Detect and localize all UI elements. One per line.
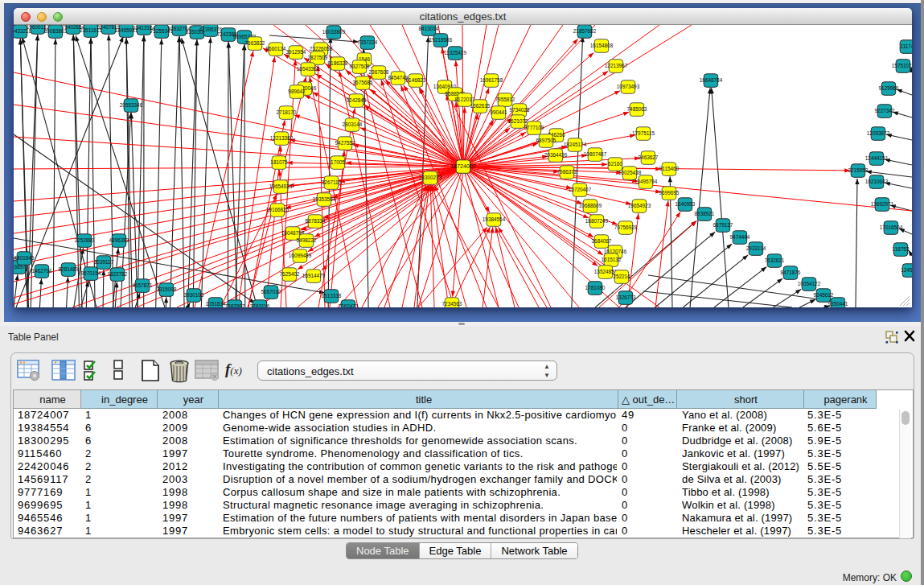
svg-text:16648784: 16648784	[700, 77, 723, 83]
svg-text:12444151: 12444151	[865, 155, 889, 161]
svg-text:6513338: 6513338	[322, 293, 342, 299]
svg-text:2718170: 2718170	[277, 109, 297, 115]
svg-text:9242845: 9242845	[347, 97, 367, 103]
svg-text:8122017: 8122017	[455, 97, 475, 102]
svg-text:16154808: 16154808	[590, 43, 614, 48]
svg-text:3315098: 3315098	[157, 286, 177, 292]
svg-text:19654923: 19654923	[628, 203, 651, 208]
svg-text:13495794: 13495794	[634, 179, 658, 184]
svg-text:989642: 989642	[288, 89, 306, 94]
svg-text:3039117: 3039117	[94, 259, 114, 265]
svg-text:9350441: 9350441	[828, 301, 848, 307]
svg-text:19166825: 19166825	[266, 207, 290, 212]
svg-text:7955812: 7955812	[495, 97, 515, 102]
svg-text:5667010: 5667010	[261, 289, 281, 295]
svg-text:9146821: 9146821	[406, 77, 426, 83]
svg-text:7632621: 7632621	[765, 257, 785, 263]
svg-text:10807487: 10807487	[584, 151, 607, 157]
svg-text:1462704: 1462704	[32, 268, 52, 274]
svg-text:17005: 17005	[331, 159, 345, 165]
svg-text:15720407: 15720407	[569, 187, 592, 192]
svg-text:16210643: 16210643	[865, 179, 889, 184]
svg-text:16961758: 16961758	[480, 77, 503, 83]
svg-text:12093872: 12093872	[867, 130, 890, 136]
svg-text:18245174: 18245174	[564, 142, 587, 147]
svg-text:16914479: 16914479	[302, 273, 326, 278]
svg-text:23226058: 23226058	[310, 46, 333, 51]
svg-text:3675685: 3675685	[353, 80, 373, 85]
svg-text:21857682: 21857682	[573, 28, 597, 34]
svg-text:116753: 116753	[893, 246, 910, 252]
svg-text:7663822: 7663822	[245, 40, 265, 46]
svg-text:18724007: 18724007	[450, 163, 476, 170]
svg-text:18807249: 18807249	[585, 218, 609, 224]
svg-text:9570154: 9570154	[81, 270, 101, 276]
svg-text:7262473: 7262473	[339, 303, 359, 307]
svg-text:16099489: 16099489	[289, 253, 312, 258]
svg-text:17016504: 17016504	[880, 225, 903, 230]
svg-text:7382997: 7382997	[225, 303, 245, 307]
svg-text:1640953: 1640953	[676, 201, 696, 207]
svg-text:9463627: 9463627	[639, 154, 659, 160]
svg-text:7625402: 7625402	[280, 271, 300, 277]
svg-text:11174: 11174	[901, 43, 912, 49]
svg-text:19353594: 19353594	[313, 196, 336, 202]
svg-text:4657871: 4657871	[133, 282, 153, 288]
svg-text:1781080: 1781080	[585, 285, 606, 290]
svg-text:7357224: 7357224	[358, 39, 378, 45]
svg-text:70756928: 70756928	[614, 225, 638, 230]
svg-text:23300273: 23300273	[419, 175, 442, 180]
svg-text:181075: 181075	[270, 159, 288, 165]
svg-text:3912954: 3912954	[286, 49, 306, 55]
svg-text:10025438: 10025438	[618, 170, 642, 175]
svg-text:62160: 62160	[608, 161, 622, 167]
svg-text:13692971: 13692971	[871, 201, 894, 207]
svg-text:124509: 124509	[901, 267, 912, 273]
svg-text:17975115: 17975115	[632, 130, 655, 136]
svg-text:8878334: 8878334	[306, 218, 326, 224]
svg-text:7485063: 7485063	[627, 106, 647, 112]
svg-text:8660124: 8660124	[266, 46, 286, 51]
svg-text:20553346: 20553346	[120, 102, 143, 108]
svg-text:2803144: 2803144	[343, 122, 363, 127]
svg-text:11325419: 11325419	[444, 50, 466, 56]
svg-text:8186328: 8186328	[328, 60, 348, 66]
svg-text:9327508: 9327508	[350, 64, 370, 69]
svg-text:3267110: 3267110	[322, 179, 342, 185]
svg-text:9115460: 9115460	[659, 166, 680, 171]
svg-text:16033809: 16033809	[322, 29, 346, 35]
svg-text:6897505: 6897505	[536, 138, 556, 143]
svg-text:4896383: 4896383	[109, 237, 129, 243]
svg-text:1615132: 1615132	[602, 257, 622, 262]
svg-text:3252880: 3252880	[75, 237, 95, 243]
svg-text:4801845: 4801845	[14, 255, 35, 261]
svg-text:7986372: 7986372	[557, 169, 577, 175]
svg-text:1822782: 1822782	[108, 271, 128, 277]
svg-text:6679137: 6679137	[713, 222, 733, 228]
svg-text:8471876: 8471876	[781, 270, 801, 275]
svg-text:5498222: 5498222	[297, 237, 317, 243]
svg-text:15751074: 15751074	[892, 63, 912, 68]
svg-text:19218586: 19218586	[429, 37, 453, 43]
svg-text:3215958: 3215958	[848, 167, 869, 173]
svg-text:9427552: 9427552	[335, 140, 355, 146]
svg-text:19384554: 19384554	[483, 216, 506, 222]
svg-text:7234563: 7234563	[442, 301, 462, 307]
svg-text:1621072: 1621072	[508, 118, 528, 124]
svg-text:252214: 252214	[613, 274, 630, 279]
svg-text:9734028: 9734028	[510, 107, 530, 113]
svg-text:9699695: 9699695	[659, 190, 680, 196]
svg-text:12213967: 12213967	[605, 63, 628, 68]
svg-text:8413014: 8413014	[419, 26, 439, 31]
svg-text:10973493: 10973493	[617, 84, 640, 89]
svg-text:990441: 990441	[490, 109, 507, 115]
svg-text:8938921: 8938921	[695, 211, 715, 216]
svg-text:2367608: 2367608	[369, 69, 389, 75]
svg-text:3930103: 3930103	[184, 292, 204, 298]
svg-text:9129966: 9129966	[879, 85, 899, 91]
svg-text:1362615: 1362615	[470, 103, 491, 109]
svg-text:20364436: 20364436	[544, 152, 568, 158]
svg-text:16543362: 16543362	[297, 66, 320, 72]
svg-text:10054122: 10054122	[798, 281, 821, 286]
svg-text:3763116: 3763116	[250, 303, 270, 307]
